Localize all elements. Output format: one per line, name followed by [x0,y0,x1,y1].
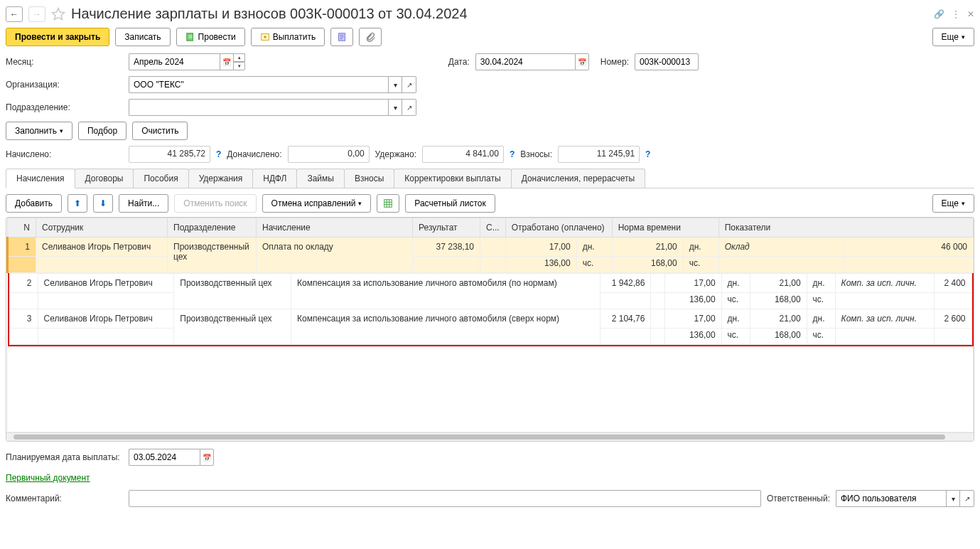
clear-button[interactable]: Очистить [132,122,188,140]
dropdown-icon[interactable]: ▾ [946,490,960,507]
post-close-button[interactable]: Провести и закрыть [6,28,109,46]
accruals-table: N Сотрудник Подразделение Начисление Рез… [6,218,974,432]
col-dept[interactable]: Подразделение [168,218,257,238]
responsible-label: Ответственный: [767,494,830,503]
svg-point-3 [264,36,266,38]
table-more-button[interactable]: Еще [932,194,974,213]
favorite-icon[interactable] [51,7,65,21]
extra-label: Доначислено: [227,149,281,159]
tab-contracts[interactable]: Договоры [75,169,134,188]
grid-settings-button[interactable] [377,194,399,213]
dept-label: Подразделение: [6,102,123,112]
open-icon[interactable]: ↗ [960,490,974,507]
link-icon[interactable]: 🔗 [934,9,944,19]
help-icon[interactable]: ? [645,149,650,159]
pay-button[interactable]: Выплатить [251,28,325,46]
col-accrual[interactable]: Начисление [257,218,413,238]
calendar-icon[interactable]: 📅 [575,53,589,70]
dropdown-icon[interactable]: ▾ [388,76,402,93]
dropdown-icon[interactable]: ▾ [388,99,402,116]
tab-recalculations[interactable]: Доначисления, перерасчеты [511,169,645,188]
tab-withholdings[interactable]: Удержания [188,169,254,188]
calendar-icon[interactable]: 📅 [220,53,234,70]
tab-corrections[interactable]: Корректировки выплаты [394,169,511,188]
svg-rect-5 [384,200,392,208]
responsible-input[interactable] [836,490,946,507]
contrib-value: 11 245,91 [558,146,640,163]
dept-input[interactable] [129,99,388,116]
report-button[interactable] [330,28,353,46]
nav-forward-button[interactable]: → [28,6,45,22]
help-icon[interactable]: ? [510,149,515,159]
pick-button[interactable]: Подбор [78,122,126,140]
post-icon [185,32,195,42]
org-label: Организация: [6,80,123,90]
number-label: Номер: [601,57,629,67]
add-button[interactable]: Добавить [6,194,62,213]
col-worked[interactable]: Отработано (оплачено) [505,218,612,238]
open-icon[interactable]: ↗ [402,99,416,116]
comment-label: Комментарий: [6,494,123,503]
comment-input[interactable] [129,490,761,507]
fill-button[interactable]: Заполнить [6,122,72,140]
col-n[interactable]: N [8,218,36,238]
table-row[interactable]: 3 Селиванов Игорь Петрович Производствен… [9,309,971,329]
cancel-search-button: Отменить поиск [174,194,256,213]
month-down-button[interactable]: ▾ [234,62,245,70]
table-row[interactable]: 136,00чс. 168,00чс. [8,257,974,273]
tab-benefits[interactable]: Пособия [133,169,188,188]
accrued-label: Начислено: [6,149,123,159]
tab-ndfl[interactable]: НДФЛ [252,169,297,188]
date-input[interactable] [475,53,575,70]
move-up-button[interactable]: ⬆ [68,194,87,213]
tab-contributions[interactable]: Взносы [344,169,394,188]
date-label: Дата: [448,57,470,67]
svg-rect-1 [186,33,193,41]
col-result[interactable]: Результат [413,218,480,238]
pay-icon [260,32,270,42]
col-indicators[interactable]: Показатели [718,218,973,238]
col-c[interactable]: С... [480,218,506,238]
find-button[interactable]: Найти... [119,194,168,213]
svg-marker-0 [53,8,65,19]
paperclip-icon [365,32,375,42]
calendar-icon[interactable]: 📅 [200,449,214,466]
tab-loans[interactable]: Займы [296,169,345,188]
more-button[interactable]: Еще [932,28,974,46]
grid-icon [383,198,393,208]
open-icon[interactable]: ↗ [402,76,416,93]
number-input[interactable] [635,53,699,70]
help-icon[interactable]: ? [216,149,221,159]
report-icon [337,32,347,42]
withheld-label: Удержано: [375,149,416,159]
withheld-value: 4 841,00 [422,146,504,163]
page-title: Начисление зарплаты и взносов 003К-00001… [71,6,928,22]
move-down-button[interactable]: ⬇ [93,194,113,213]
kebab-menu-icon[interactable]: ⋮ [952,9,960,19]
tabs: Начисления Договоры Пособия Удержания НД… [6,169,974,188]
month-input[interactable] [129,53,220,70]
contrib-label: Взносы: [520,149,552,159]
close-icon[interactable]: ✕ [967,9,974,19]
extra-value: 0,00 [288,146,370,163]
accrued-value: 41 285,72 [129,146,210,163]
save-button[interactable]: Записать [115,28,170,46]
table-row[interactable]: 1 Селиванов Игорь Петрович Производствен… [8,238,974,257]
col-norm[interactable]: Норма времени [612,218,718,238]
nav-back-button[interactable]: ← [6,6,23,22]
post-button[interactable]: Провести [176,28,245,46]
org-input[interactable] [129,76,388,93]
col-employee[interactable]: Сотрудник [36,218,168,238]
payslip-button[interactable]: Расчетный листок [405,194,495,213]
horizontal-scrollbar[interactable] [6,432,974,441]
cancel-fixes-button[interactable]: Отмена исправлений [262,194,372,213]
primary-doc-link[interactable]: Первичный документ [6,473,90,483]
attach-button[interactable] [359,28,382,46]
planned-date-label: Планируемая дата выплаты: [6,452,123,462]
month-up-button[interactable]: ▴ [234,53,245,62]
planned-date-input[interactable] [129,449,200,466]
month-label: Месяц: [6,57,123,67]
table-row[interactable]: 2 Селиванов Игорь Петрович Производствен… [9,274,971,293]
tab-accruals[interactable]: Начисления [6,169,75,188]
